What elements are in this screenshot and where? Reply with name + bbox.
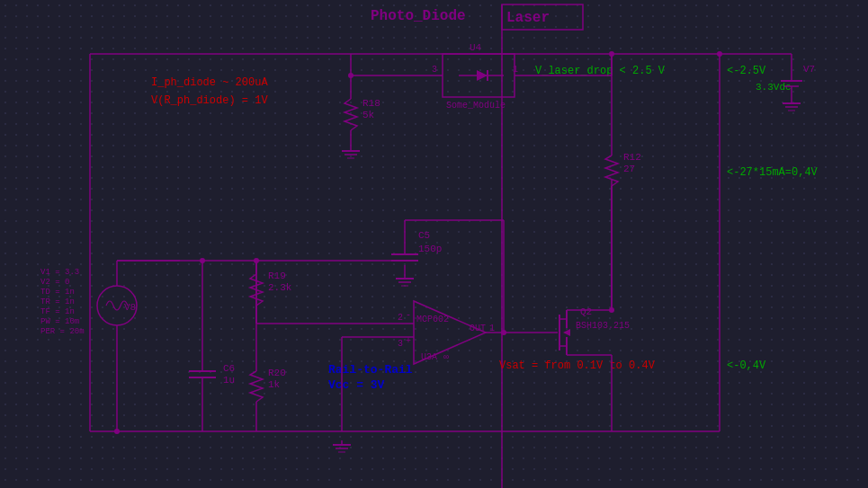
r20-val: 1k bbox=[268, 379, 281, 390]
svg-point-91 bbox=[348, 73, 353, 78]
r12-val: 27 bbox=[623, 164, 635, 174]
v-r-ph-diode-label: V(R_ph_diode) = 1V bbox=[151, 94, 268, 107]
svg-text:PW = 10m: PW = 10m bbox=[40, 317, 79, 326]
out-pin: OUT bbox=[470, 324, 486, 333]
q2-label: Q2 bbox=[580, 306, 592, 317]
svg-text:TR = 1n: TR = 1n bbox=[40, 297, 75, 306]
svg-text:V2 = 0: V2 = 0 bbox=[40, 278, 69, 287]
r12-label: R12 bbox=[623, 152, 641, 163]
r18-label: R18 bbox=[362, 98, 380, 109]
svg-text:TD = 1n: TD = 1n bbox=[40, 288, 75, 297]
pin2-label: 2 bbox=[398, 313, 403, 323]
u3a-label: U3A bbox=[421, 352, 437, 362]
c6-val: 1u bbox=[223, 375, 235, 386]
r20-label: R20 bbox=[268, 368, 286, 378]
rail-to-rail-label: Rail-to-Rail bbox=[328, 363, 413, 377]
v1-params: V1 = 3.3 bbox=[40, 268, 79, 277]
vsat-label: Vsat = from 0.1V to 0.4V bbox=[499, 359, 656, 372]
u3a-inf: ∞ bbox=[443, 352, 449, 362]
r18-val: 5k bbox=[362, 110, 375, 120]
svg-point-88 bbox=[114, 429, 120, 434]
svg-text:TF = 1n: TF = 1n bbox=[40, 307, 75, 316]
c5-val: 150p bbox=[418, 244, 442, 254]
some-module-label: Some_Module bbox=[446, 101, 506, 111]
photo-diode-label: Photo_Diode bbox=[371, 8, 466, 24]
svg-text:PER = 20m: PER = 20m bbox=[40, 327, 85, 336]
minus-pin: - bbox=[406, 310, 411, 320]
c6-label: C6 bbox=[223, 363, 235, 374]
bsh103-label: BSH103.215 bbox=[576, 321, 630, 331]
svg-point-95 bbox=[717, 51, 722, 57]
svg-point-93 bbox=[609, 307, 614, 313]
u4-pin1: 1 bbox=[513, 65, 518, 75]
svg-point-92 bbox=[609, 51, 614, 57]
mcp602-label: MCP602 bbox=[416, 315, 449, 324]
v7-label: V7 bbox=[803, 64, 815, 75]
minus-0v4-label: <-0,4V bbox=[727, 359, 766, 372]
c5-label: C5 bbox=[418, 230, 430, 241]
r19-val: 2.3k bbox=[268, 282, 292, 293]
vcc-label: Vcc = 3V bbox=[328, 378, 385, 392]
v8-label: V8 bbox=[124, 302, 136, 313]
i-ph-diode-label: I_ph_diode ~ 200uA bbox=[151, 76, 268, 89]
laser-label: Laser bbox=[506, 10, 550, 26]
u4-label: U4 bbox=[470, 42, 482, 53]
minus-2v5-label: <-2.5V bbox=[727, 65, 766, 77]
svg-point-90 bbox=[200, 258, 205, 263]
u4-pin3: 3 bbox=[432, 65, 437, 75]
svg-point-94 bbox=[501, 330, 506, 335]
pin3-label: 3 bbox=[398, 339, 403, 349]
r19-label: R19 bbox=[268, 271, 286, 281]
vdc-label: 3.3Vdc bbox=[756, 82, 792, 93]
minus-27-label: <-27*15mA=0,4V bbox=[727, 166, 819, 179]
